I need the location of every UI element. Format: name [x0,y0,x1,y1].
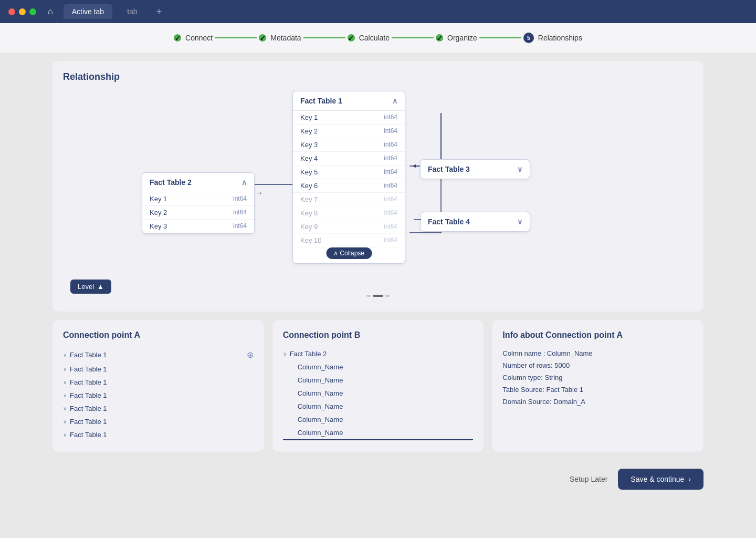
ft1-key3-row[interactable]: Key 3int64 [293,138,405,152]
chevron-down-icon-6: ∨ [63,419,67,425]
fact-table-1-header[interactable]: Fact Table 1 ∧ [293,91,405,111]
chevron-down-icon-b: ∨ [283,351,287,357]
step-label-relationships: Relationships [538,34,582,42]
step-calculate[interactable]: ✓ Calculate [348,34,390,42]
collapse-icon-2[interactable]: ∧ [242,178,247,187]
canvas-area[interactable]: Fact Table 1 ∧ Key 1int64 Key 2int64 Key… [63,91,693,301]
connection-b-parent-label: Fact Table 2 [290,350,327,358]
minimize-button[interactable] [19,8,26,15]
step-label-calculate: Calculate [359,34,390,42]
ft2-key3-row[interactable]: Key 3int64 [142,220,254,233]
fact-table-4-header[interactable]: Fact Table 4 ∨ [421,212,530,231]
collapse-button[interactable]: ∧ Collapse [326,247,372,259]
svg-marker-6 [412,164,416,168]
setup-later-button[interactable]: Setup Later [570,475,607,483]
step-organize[interactable]: ✓ Organize [436,34,477,42]
fact-table-3-card[interactable]: Fact Table 3 ∨ [420,159,530,179]
chevron-down-icon-3: ∨ [63,379,67,385]
fact-table-3-name: Fact Table 3 [428,165,470,173]
bottom-panels: Connection point A ∨ Fact Table 1 ⊕ ∨ Fa… [52,320,704,452]
connection-a-item-3[interactable]: ∨ Fact Table 1 [63,376,254,389]
scroll-dot-3 [385,295,390,297]
connection-b-col-4[interactable]: Column_Name [283,400,474,413]
ft1-key8-row[interactable]: Key 8Int64 [293,206,405,220]
step-label-metadata: Metadata [270,34,301,42]
ft1-key1-row[interactable]: Key 1int64 [293,111,405,125]
fact-table-4-name: Fact Table 4 [428,218,470,226]
scroll-dot-1 [366,295,371,297]
connection-a-item-7[interactable]: ∨ Fact Table 1 [63,428,254,441]
fact-table-2-card[interactable]: Fact Table 2 ∧ Key 1int64 Key 2int64 Key… [142,172,255,234]
ft1-key7-row[interactable]: Key 7int64 [293,193,405,206]
step-dot-relationships: 5 [523,33,534,43]
ft1-key4-row[interactable]: Key 4int64 [293,152,405,165]
step-metadata[interactable]: ✓ Metadata [259,34,301,42]
connection-b-col-6[interactable]: Column_Name [283,426,474,440]
step-relationships[interactable]: 5 Relationships [523,33,582,43]
chevron-down-icon-4: ∨ [63,392,67,398]
home-icon[interactable]: ⌂ [48,7,53,16]
expand-icon-3[interactable]: ∨ [517,165,522,173]
save-continue-button[interactable]: Save & continue › [618,469,704,490]
main-content: Relationship [0,53,756,460]
chevron-right-icon: › [688,475,691,483]
chevron-down-icon-5: ∨ [63,406,67,411]
traffic-lights [8,8,36,15]
expand-icon-4[interactable]: ∨ [517,218,522,226]
footer: Setup Later Save & continue › [0,460,756,498]
connection-b-parent[interactable]: ∨ Fact Table 2 [283,347,474,360]
fact-table-3-header[interactable]: Fact Table 3 ∨ [421,160,530,179]
connection-a-item-2[interactable]: ∨ Fact Table 1 [63,363,254,376]
chevron-down-icon-2: ∨ [63,366,67,372]
fact-table-1-card[interactable]: Fact Table 1 ∧ Key 1int64 Key 2int64 Key… [292,91,405,264]
step-dot-metadata: ✓ [259,34,266,42]
fact-table-2-header[interactable]: Fact Table 2 ∧ [142,173,254,192]
info-rows: Number of rows: 5000 [502,359,693,371]
fact-table-2-name: Fact Table 2 [150,178,192,187]
titlebar: ⌂ Active tab tab + [0,0,756,23]
relationship-panel: Relationship [52,61,704,312]
scroll-indicator [366,295,390,297]
connection-a-item-4[interactable]: ∨ Fact Table 1 [63,389,254,402]
connection-a-item-1[interactable]: ∨ Fact Table 1 ⊕ [63,347,254,363]
ft1-key10-row[interactable]: Key 10int64 [293,234,405,247]
info-table-source: Table Source: Fact Table 1 [502,384,693,396]
connection-b-col-2[interactable]: Column_Name [283,374,474,387]
step-dot-connect: ✓ [174,34,181,42]
settings-icon[interactable]: ⊕ [247,350,254,360]
info-column-type: Column type: String [502,371,693,384]
close-button[interactable] [8,8,15,15]
scroll-dot-2 [373,295,383,297]
ft1-key9-row[interactable]: Key 9int64 [293,220,405,234]
ft2-key2-row[interactable]: Key 2int64 [142,206,254,220]
connection-b-title: Connection point B [283,330,474,340]
fact-table-1-name: Fact Table 1 [300,97,342,105]
connection-point-a-panel: Connection point A ∨ Fact Table 1 ⊕ ∨ Fa… [52,320,264,452]
connection-a-item-5[interactable]: ∨ Fact Table 1 [63,402,254,415]
ft1-key5-row[interactable]: Key 5int64 [293,165,405,179]
fact-table-4-card[interactable]: Fact Table 4 ∨ [420,212,530,232]
panel-title: Relationship [63,71,693,82]
ft1-key2-row[interactable]: Key 2int64 [293,125,405,138]
active-tab[interactable]: Active tab [64,4,112,19]
ft2-key1-row[interactable]: Key 1int64 [142,192,254,206]
connection-b-col-3[interactable]: Column_Name [283,387,474,400]
level-button[interactable]: Level ▲ [70,280,111,294]
step-label-connect: Connect [185,34,213,42]
inactive-tab[interactable]: tab [119,4,145,19]
step-line-3 [392,37,434,38]
step-connect[interactable]: ✓ Connect [174,34,213,42]
connection-a-title: Connection point A [63,330,254,340]
connection-a-item-6[interactable]: ∨ Fact Table 1 [63,415,254,428]
maximize-button[interactable] [29,8,36,15]
collapse-icon-1[interactable]: ∧ [392,97,397,105]
connection-b-col-5[interactable]: Column_Name [283,413,474,426]
connection-b-col-1[interactable]: Column_Name [283,360,474,374]
add-tab-button[interactable]: + [152,6,166,17]
step-line-4 [479,37,521,38]
step-dot-calculate: ✓ [348,34,355,42]
step-line-1 [215,37,257,38]
ft1-key6-row[interactable]: Key 6int64 [293,179,405,193]
svg-text:→: → [256,189,263,197]
info-domain-source: Domain Source: Domain_A [502,396,693,408]
